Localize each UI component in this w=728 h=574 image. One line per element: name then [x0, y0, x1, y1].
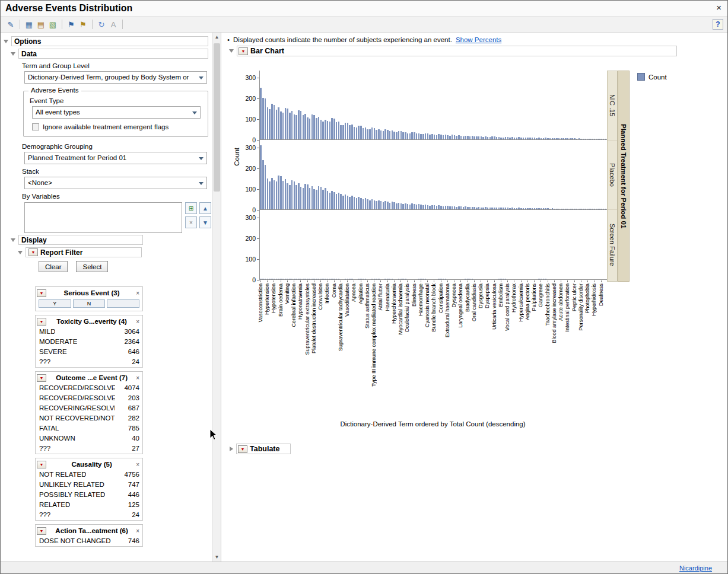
- bar[interactable]: [363, 199, 364, 209]
- bar[interactable]: [278, 176, 279, 209]
- bar[interactable]: [454, 206, 456, 209]
- bar[interactable]: [574, 209, 576, 209]
- bar[interactable]: [398, 131, 400, 139]
- bar[interactable]: [363, 279, 364, 279]
- by-variables-listbox[interactable]: [24, 202, 182, 233]
- bar[interactable]: [400, 131, 402, 139]
- bar[interactable]: [525, 138, 527, 139]
- clear-button[interactable]: Clear: [39, 261, 68, 272]
- bar[interactable]: [271, 104, 273, 139]
- bar[interactable]: [494, 136, 495, 139]
- bar[interactable]: [467, 207, 469, 209]
- bar[interactable]: [345, 279, 346, 279]
- event-type-combobox[interactable]: All event types: [32, 106, 201, 119]
- bar[interactable]: [371, 279, 373, 279]
- filter-row[interactable]: MILD3064: [36, 327, 142, 337]
- bar[interactable]: [400, 203, 402, 210]
- bar-chart-header[interactable]: ▼ Bar Chart: [237, 46, 677, 56]
- bar[interactable]: [571, 209, 573, 209]
- bar[interactable]: [392, 130, 393, 139]
- bar[interactable]: [525, 208, 527, 209]
- bar[interactable]: [369, 200, 371, 209]
- bar[interactable]: [431, 205, 433, 209]
- bar[interactable]: [467, 136, 469, 139]
- bar[interactable]: [520, 208, 522, 209]
- bar[interactable]: [445, 279, 447, 279]
- bar[interactable]: [481, 136, 482, 139]
- filter-row[interactable]: RECOVERING/RESOLVING687: [36, 403, 142, 413]
- bar[interactable]: [291, 111, 293, 139]
- bar[interactable]: [262, 279, 264, 279]
- bar[interactable]: [570, 138, 571, 139]
- bar[interactable]: [349, 125, 351, 139]
- bar[interactable]: [511, 137, 513, 139]
- bar[interactable]: [392, 202, 393, 209]
- bar[interactable]: [460, 206, 462, 209]
- bar[interactable]: [329, 193, 331, 209]
- bar[interactable]: [313, 189, 315, 209]
- bar[interactable]: [298, 279, 300, 279]
- bar[interactable]: [516, 208, 518, 209]
- bar[interactable]: [282, 113, 284, 139]
- bar[interactable]: [600, 209, 602, 209]
- display-header[interactable]: Display: [18, 235, 143, 245]
- bar[interactable]: [429, 206, 431, 209]
- bar[interactable]: [298, 110, 300, 139]
- bar[interactable]: [541, 208, 542, 209]
- bar[interactable]: [529, 138, 531, 139]
- bar[interactable]: [571, 138, 573, 139]
- bar[interactable]: [429, 135, 431, 139]
- bar[interactable]: [414, 132, 415, 139]
- bar[interactable]: [340, 125, 342, 140]
- bar[interactable]: [545, 279, 546, 279]
- bar[interactable]: [407, 204, 409, 209]
- bar[interactable]: [500, 208, 502, 209]
- flag-note-icon[interactable]: ⚑: [66, 19, 77, 30]
- bar[interactable]: [447, 135, 449, 139]
- bar[interactable]: [313, 279, 315, 279]
- filter-level-button[interactable]: N: [73, 299, 106, 308]
- bar[interactable]: [523, 208, 524, 209]
- bar[interactable]: [311, 279, 313, 279]
- bar[interactable]: [434, 205, 435, 209]
- bar[interactable]: [345, 194, 346, 209]
- bar[interactable]: [605, 209, 607, 209]
- bar[interactable]: [374, 200, 376, 209]
- disclosure-icon[interactable]: [4, 40, 8, 43]
- bar[interactable]: [443, 135, 444, 139]
- bar[interactable]: [384, 279, 386, 279]
- bar[interactable]: [371, 127, 373, 139]
- bar[interactable]: [487, 208, 489, 210]
- bar[interactable]: [307, 184, 309, 209]
- term-group-combobox[interactable]: Dictionary-Derived Term, grouped by Body…: [24, 71, 207, 84]
- bar[interactable]: [378, 279, 380, 279]
- bar[interactable]: [487, 137, 489, 139]
- bar[interactable]: [320, 279, 322, 279]
- bar[interactable]: [558, 209, 560, 209]
- bar[interactable]: [576, 139, 578, 140]
- bar[interactable]: [265, 98, 266, 139]
- bar[interactable]: [289, 279, 291, 279]
- bar[interactable]: [262, 160, 264, 209]
- bar[interactable]: [545, 208, 546, 209]
- bar[interactable]: [505, 208, 507, 209]
- bar[interactable]: [393, 202, 395, 209]
- bar[interactable]: [598, 209, 600, 209]
- bar[interactable]: [436, 135, 438, 139]
- bar[interactable]: [465, 136, 466, 139]
- bar[interactable]: [260, 88, 262, 140]
- bar[interactable]: [440, 279, 442, 279]
- bar[interactable]: [469, 136, 471, 139]
- bar[interactable]: [327, 191, 329, 210]
- bar[interactable]: [333, 119, 335, 139]
- bar[interactable]: [500, 138, 502, 140]
- bar[interactable]: [562, 209, 564, 209]
- filter-row[interactable]: NOT RELATED4756: [36, 470, 142, 480]
- bar[interactable]: [438, 134, 440, 139]
- red-triangle-menu[interactable]: ▼: [28, 248, 38, 256]
- bar[interactable]: [514, 138, 516, 139]
- bar[interactable]: [496, 208, 498, 209]
- bar[interactable]: [554, 138, 555, 139]
- bar[interactable]: [538, 279, 540, 279]
- bar[interactable]: [269, 279, 271, 279]
